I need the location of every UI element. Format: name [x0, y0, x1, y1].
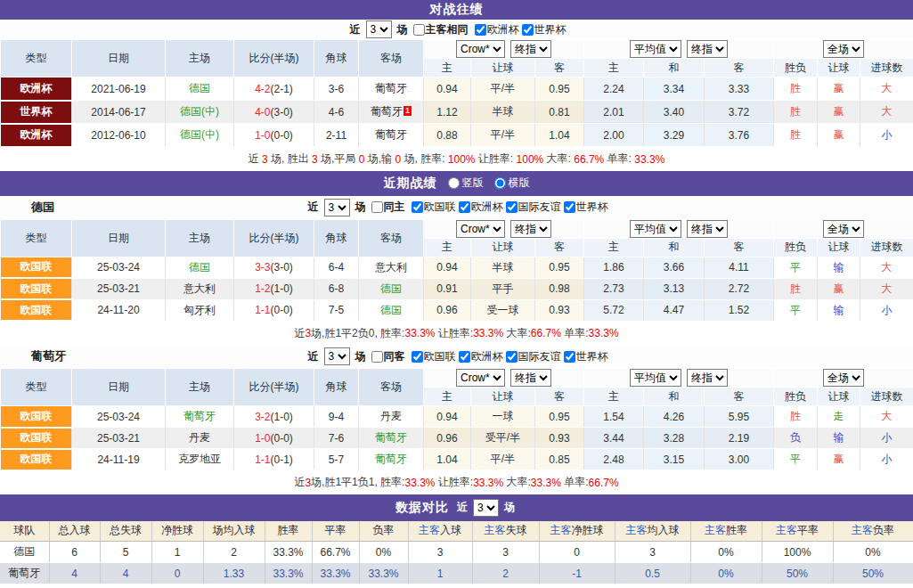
result-cell-0: 负: [774, 428, 818, 449]
compare-value-cell-9: -1: [539, 563, 615, 584]
h2h-checkbox-0[interactable]: [413, 24, 425, 36]
compare-team-cell: 德国: [0, 542, 49, 563]
h2h-filter-option-2[interactable]: 世界杯: [522, 22, 567, 37]
team1-row-1: 欧国联25-03-21丹麦1-0(0-0)7-6葡萄牙0.96受平/半0.933…: [1, 428, 913, 449]
odds-cell-0: 0.96: [424, 428, 471, 449]
compare-near-games-select[interactable]: 3: [473, 499, 499, 517]
compare-col-header-1: 总入球: [49, 521, 100, 542]
team1-summary-part-3: 33.3%: [404, 477, 435, 489]
h2h-avg-final-select[interactable]: 终指: [687, 40, 728, 58]
team0-filter-option-2[interactable]: 欧洲杯: [459, 200, 503, 215]
score-cell: 1-0(0-0): [234, 428, 314, 449]
team0-filter-option-3[interactable]: 国际友谊: [506, 200, 561, 215]
team1-col-header-3: 比分(半场): [234, 369, 314, 406]
team1-summary-part-8: 单率:: [561, 475, 589, 490]
team1-avg-source-select[interactable]: 平均值: [630, 369, 681, 387]
h2h-scope-select[interactable]: 全场: [823, 40, 864, 58]
team1-checkbox-0[interactable]: [371, 351, 383, 363]
h2h-near-label: 近: [350, 22, 361, 37]
h2h-filter-option-1[interactable]: 欧洲杯: [475, 22, 519, 37]
team1-filter-option-1[interactable]: 欧国联: [412, 349, 456, 364]
odds-cell-1: 受平/半: [471, 428, 535, 449]
h2h-summary-part-9: 100%: [448, 153, 476, 166]
score-halftime: (3-0): [271, 261, 293, 274]
compare-col-header-7: 负率: [359, 521, 408, 542]
away-team-cell: 意大利: [359, 257, 424, 278]
compare-header-rest-8: 入球: [440, 524, 461, 536]
team1-summary-part-4: 让胜率:: [435, 475, 473, 490]
team1-filter-option-4[interactable]: 世界杯: [564, 349, 608, 364]
compare-header-prefix-8: 主客: [419, 524, 440, 536]
odds-cell-0: 0.88: [424, 124, 471, 147]
team0-avg-source-select[interactable]: 平均值: [630, 220, 681, 238]
result-cell-1: 输: [818, 299, 860, 321]
team0-checkbox-4[interactable]: [564, 201, 575, 213]
team0-near-games-select[interactable]: 3: [324, 199, 350, 216]
team0-avg-final-select[interactable]: 终指: [687, 220, 728, 238]
avg-odds-cell-0: 2.24: [584, 78, 644, 101]
team0-odds-source-select[interactable]: Crow*: [456, 220, 505, 238]
team0-checkbox-0[interactable]: [371, 201, 383, 213]
score-fulltime: 3-3: [255, 261, 270, 274]
odds-cell-2: 0.93: [535, 428, 584, 449]
team0-checkbox-1[interactable]: [412, 201, 423, 213]
team1-sub-header-7: 让球: [818, 388, 860, 406]
team1-avg-final-select[interactable]: 终指: [687, 369, 728, 387]
team1-odds-source-select[interactable]: Crow*: [456, 369, 505, 387]
team0-filter-option-1[interactable]: 欧国联: [412, 200, 456, 215]
team1-scope-select[interactable]: 全场: [823, 369, 864, 387]
h2h-near-games-select[interactable]: 3: [366, 20, 392, 38]
team0-checkbox-3[interactable]: [506, 201, 518, 213]
score-fulltime: 4-2: [255, 83, 270, 95]
h2h-filter-option-0[interactable]: 主客相同: [413, 22, 472, 37]
h2h-checkbox-label-1: 欧洲杯: [487, 22, 519, 37]
h2h-checkbox-1[interactable]: [475, 24, 486, 36]
layout-radio-0[interactable]: 竖版: [448, 176, 484, 191]
odds-cell-0: 1.12: [424, 101, 471, 124]
h2h-odds-final-select[interactable]: 终指: [510, 40, 551, 58]
h2h-sub-header-0: 主: [424, 59, 471, 78]
team1-filter-option-0[interactable]: 同客: [371, 349, 409, 364]
team1-near-games-select[interactable]: 3: [324, 347, 350, 365]
team0-col-header-2: 主场: [166, 219, 234, 257]
team-germany-summary: 近3场,胜1平2负0, 胜率:33.3% 让胜率:33.3% 大率:66.7% …: [0, 322, 913, 345]
team0-filter-option-4[interactable]: 世界杯: [564, 200, 608, 215]
compare-value-cell-4: 33.3%: [265, 563, 312, 584]
team1-checkbox-1[interactable]: [412, 351, 423, 363]
team1-checkbox-3[interactable]: [506, 351, 518, 363]
odds-cell-0: 0.94: [424, 406, 471, 428]
team-germany-filter: 近3场同主欧国联欧洲杯国际友谊世界杯: [306, 199, 608, 216]
layout-radio-label-1: 横版: [509, 176, 530, 191]
team1-checkbox-2[interactable]: [459, 351, 470, 363]
h2h-checkbox-2[interactable]: [522, 24, 534, 36]
score-halftime: (1-0): [271, 282, 293, 295]
team1-filter-option-3[interactable]: 国际友谊: [506, 349, 561, 364]
team0-checkbox-2[interactable]: [459, 201, 470, 213]
compare-value-cell-3: 1.33: [203, 563, 265, 584]
result-cell-1: 赢: [818, 278, 860, 299]
compare-value-cell-3: 2: [203, 542, 265, 563]
team0-filter-option-0[interactable]: 同主: [371, 200, 409, 215]
team1-col-header-0: 类型: [1, 369, 72, 406]
h2h-odds-source-select[interactable]: Crow*: [456, 40, 505, 58]
team1-sub-header-6: 胜负: [774, 388, 818, 406]
team-portugal-filter: 近3场同客欧国联欧洲杯国际友谊世界杯: [306, 347, 608, 365]
team0-odds-final-select[interactable]: 终指: [510, 220, 551, 238]
team1-odds-final-select[interactable]: 终指: [510, 369, 551, 387]
team1-filter-option-2[interactable]: 欧洲杯: [459, 349, 503, 364]
h2h-title: 对战往绩: [430, 2, 484, 18]
result-cell-2: 大: [860, 278, 913, 299]
compare-col-header-4: 场均入球: [203, 521, 265, 542]
away-team-cell: 葡萄牙1: [359, 101, 424, 124]
h2h-avg-source-select[interactable]: 平均值: [630, 40, 681, 58]
score-halftime: (0-0): [271, 432, 293, 445]
layout-radio-input-0[interactable]: [448, 177, 460, 189]
team0-sub-header-3: 主: [584, 238, 644, 257]
layout-radio-input-1[interactable]: [494, 177, 506, 189]
team1-odds-group-header: Crow*终指: [424, 369, 584, 388]
compare-header-prefix-9: 主客: [485, 524, 506, 536]
team0-scope-select[interactable]: 全场: [823, 220, 864, 238]
layout-radio-label-0: 竖版: [462, 176, 484, 191]
team1-checkbox-4[interactable]: [564, 351, 575, 363]
layout-radio-1[interactable]: 横版: [494, 176, 530, 191]
